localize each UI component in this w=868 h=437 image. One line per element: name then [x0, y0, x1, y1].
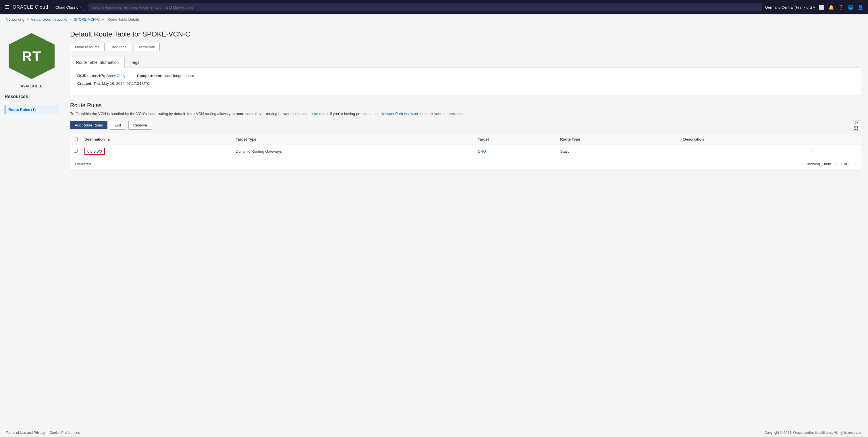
table-actions: Add Route Rules Edit Remove ⊙: [70, 120, 861, 130]
next-page-button[interactable]: ›: [852, 161, 857, 167]
sidebar-item-route-rules[interactable]: Route Rules (1): [5, 105, 59, 114]
region-chevron-icon: ▾: [813, 5, 815, 9]
sort-icon: ▲: [107, 137, 111, 141]
tab-tags[interactable]: Tags: [125, 57, 145, 68]
destination-label: Destination: [85, 137, 105, 141]
ocid-show-link[interactable]: Show: [106, 74, 116, 78]
footer-links: Terms of Use and Privacy Cookie Preferen…: [6, 431, 80, 435]
target-type-label: Target Type: [236, 137, 256, 141]
region-selector[interactable]: Germany Central (Frankfurt) ▾: [765, 5, 815, 9]
row-checkbox[interactable]: [74, 149, 78, 153]
edit-button[interactable]: Edit: [110, 121, 126, 130]
resource-icon-area: RT AVAILABLE: [5, 30, 59, 88]
destination-cell: 0.0.0.0/0: [81, 145, 232, 158]
breadcrumb-sep3: »: [102, 17, 104, 22]
main-content: Default Route Table for SPOKE-VCN-C Move…: [63, 24, 868, 428]
row-checkbox-cell: [70, 145, 81, 158]
header-target: Target: [474, 134, 557, 145]
route-type-label: Route Type: [560, 137, 580, 141]
created-label: Created:: [77, 81, 92, 86]
breadcrumb: Networking » Virtual cloud networks » SP…: [0, 14, 868, 24]
table-row: 0.0.0.0/0 Dynamic Routing Gateways DRG S…: [70, 145, 861, 158]
target-type-value: Dynamic Routing Gateways: [236, 149, 282, 153]
select-all-checkbox[interactable]: [74, 137, 78, 141]
page-title: Default Route Table for SPOKE-VCN-C: [70, 30, 861, 38]
compartment-name: IwanHoogendoorn: [163, 74, 194, 78]
description-cell: [680, 145, 805, 158]
header-description: Description: [680, 134, 805, 145]
table-footer: 0 selected Showing 1 item ‹ 1 of 1 ›: [70, 158, 861, 171]
destination-value: 0.0.0.0/0: [85, 148, 105, 155]
terms-link[interactable]: Terms of Use and Privacy: [6, 431, 45, 435]
target-type-cell: Dynamic Routing Gateways: [232, 145, 474, 158]
resource-type-icon: RT: [22, 48, 41, 64]
sidebar-divider: [5, 102, 59, 103]
ocid-item: OCID: ...mnzh7q Show Copy: [77, 74, 126, 78]
sidebar: RT AVAILABLE Resources Route Rules (1): [0, 24, 63, 428]
sidebar-resources-title: Resources: [5, 94, 59, 99]
hexagon-wrap: RT: [6, 30, 57, 82]
route-rules-description: Traffic within the VCN is handled by the…: [70, 111, 861, 117]
route-type-cell: Static: [557, 145, 680, 158]
pagination: Showing 1 item ‹ 1 of 1 ›: [806, 161, 857, 167]
page-info: 1 of 1: [841, 162, 850, 166]
info-panel: OCID: ...mnzh7q Show Copy Compartment: I…: [70, 68, 861, 95]
add-tags-button[interactable]: Add tags: [107, 43, 131, 51]
compartment-item: Compartment: IwanHoogendoorn: [137, 74, 194, 78]
main-layout: RT AVAILABLE Resources Route Rules (1) D…: [0, 24, 868, 428]
bell-icon[interactable]: 🔔: [828, 5, 834, 10]
oracle-logo: ORACLE Cloud: [13, 5, 48, 10]
hamburger-menu-icon[interactable]: ☰: [5, 4, 9, 10]
screen-icon[interactable]: ⬜: [818, 5, 824, 10]
header-actions-col: [805, 134, 861, 145]
nav-icons-group: ⬜ 🔔 ❓ 🌐 👤: [818, 5, 863, 10]
header-destination[interactable]: Destination ▲: [81, 134, 232, 145]
help-icon[interactable]: ❓: [838, 5, 844, 10]
action-buttons-group: Move resource Add tags Terminate: [70, 43, 861, 51]
table-help-icon[interactable]: ⊙: [851, 120, 861, 130]
header-route-type: Route Type: [557, 134, 680, 145]
breadcrumb-vcn[interactable]: Virtual cloud networks: [31, 17, 67, 22]
table-header-row: Destination ▲ Target Type Target Route T…: [70, 134, 861, 145]
created-item: Created: Thu, May 16, 2024, 07:17:34 UTC: [77, 81, 150, 86]
created-date: Thu, May 16, 2024, 07:17:34 UTC: [93, 81, 150, 86]
dot-grid-icon: [854, 126, 858, 130]
globe-icon[interactable]: 🌐: [848, 5, 854, 10]
cookie-link[interactable]: Cookie Preferences: [50, 431, 80, 435]
breadcrumb-current: Route Table Details: [107, 17, 140, 22]
ocid-partial: ...mnzh7q: [89, 74, 105, 78]
target-cell: DRG: [474, 145, 557, 158]
top-navigation: ☰ ORACLE Cloud Cloud Classic » Germany C…: [0, 0, 868, 14]
cloud-classic-button[interactable]: Cloud Classic »: [52, 4, 85, 11]
compartment-label: Compartment:: [137, 74, 162, 78]
info-row-created: Created: Thu, May 16, 2024, 07:17:34 UTC: [77, 81, 854, 86]
network-path-analyzer-link[interactable]: Network Path Analyzer: [380, 112, 418, 116]
breadcrumb-networking[interactable]: Networking: [6, 17, 24, 22]
table-body: 0.0.0.0/0 Dynamic Routing Gateways DRG S…: [70, 145, 861, 158]
header-checkbox-cell: [70, 134, 81, 145]
terminate-button[interactable]: Terminate: [133, 43, 160, 51]
ocid-copy-link[interactable]: Copy: [117, 74, 125, 78]
breadcrumb-sep1: »: [27, 17, 29, 22]
tab-route-table-information[interactable]: Route Table Information: [70, 57, 125, 68]
move-resource-button[interactable]: Move resource: [70, 43, 104, 51]
remove-button[interactable]: Remove: [128, 121, 152, 130]
description-label: Description: [683, 137, 704, 141]
resource-hexagon: RT: [9, 33, 55, 79]
row-actions-menu[interactable]: ⋮: [809, 148, 814, 154]
target-label: Target: [478, 137, 489, 141]
breadcrumb-spoke[interactable]: SPOKE-VCN-C: [74, 17, 100, 22]
learn-more-link[interactable]: Learn more.: [309, 112, 329, 116]
user-avatar[interactable]: 👤: [858, 5, 863, 10]
lifebuoy-icon: ⊙: [854, 120, 858, 125]
status-badge: AVAILABLE: [21, 84, 42, 88]
row-actions-cell: ⋮: [805, 145, 861, 158]
showing-text: Showing 1 item: [806, 162, 831, 166]
table-header: Destination ▲ Target Type Target Route T…: [70, 134, 861, 145]
target-link[interactable]: DRG: [478, 149, 486, 153]
search-input[interactable]: [89, 3, 762, 11]
selected-count: 0 selected: [74, 162, 91, 166]
prev-page-button[interactable]: ‹: [834, 161, 838, 167]
copyright-text: Copyright © 2024, Oracle and/or its affi…: [764, 431, 862, 435]
add-route-rules-button[interactable]: Add Route Rules: [70, 121, 107, 129]
